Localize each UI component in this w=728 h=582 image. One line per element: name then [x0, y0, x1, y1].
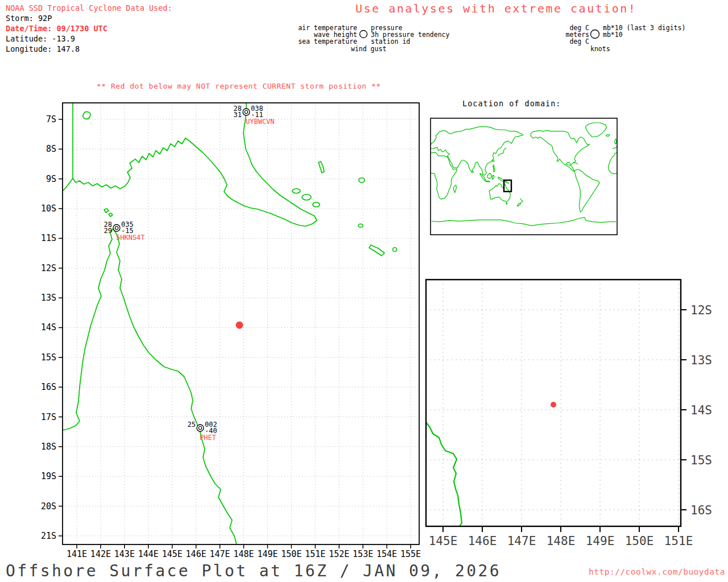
- lon-tick-label: 150E: [625, 534, 654, 548]
- world-coastline: [531, 131, 590, 172]
- world-coastline: [574, 169, 599, 212]
- lat-tick-label: 18S: [41, 442, 56, 452]
- lon-tick-label: 149E: [586, 534, 615, 548]
- world-coastline: [492, 175, 494, 180]
- lat-tick-label: 12S: [690, 304, 712, 317]
- world-coastline: [506, 202, 507, 204]
- station-id: PHET: [200, 434, 216, 442]
- lon-tick-label: 145E: [162, 549, 183, 559]
- coastline: [63, 178, 73, 191]
- world-coastline: [520, 198, 523, 203]
- lat-tick-label: 17S: [41, 412, 56, 422]
- lon-tick-label: 147E: [507, 534, 536, 548]
- world-inset: [431, 118, 617, 235]
- lat-tick-label: 14S: [690, 404, 712, 417]
- world-coastline: [487, 173, 491, 178]
- island: [302, 194, 311, 200]
- station-plot: 25002-40PHET: [188, 421, 217, 442]
- lat-tick-label: 15S: [690, 454, 712, 467]
- world-coastline: [613, 147, 617, 148]
- lat-tick-label: 15S: [41, 352, 56, 363]
- zoom-inset-coastline: [426, 422, 462, 526]
- world-coastline: [485, 181, 490, 182]
- storm-dot: [551, 402, 556, 408]
- lat-tick-label: 19S: [41, 471, 56, 481]
- lon-tick-label: 155E: [400, 549, 421, 559]
- lat-tick-label: 7S: [46, 114, 56, 124]
- storm-dot: [236, 322, 243, 329]
- world-coastline: [431, 147, 449, 156]
- station-sea-temp: 29: [104, 227, 112, 235]
- lat-tick-label: 13S: [41, 293, 56, 303]
- lon-tick-label: 150E: [281, 549, 301, 559]
- coastline: [318, 161, 324, 173]
- lon-tick-label: 154E: [377, 549, 397, 559]
- coastline: [83, 112, 90, 119]
- world-coastline: [585, 123, 606, 137]
- world-coastline: [431, 152, 457, 199]
- lon-tick-label: 146E: [468, 534, 497, 548]
- lat-tick-label: 21S: [41, 531, 56, 541]
- island: [292, 189, 300, 193]
- zoom-inset: 145E146E147E148E149E150E151E12S13S14S15S…: [426, 280, 712, 548]
- lon-tick-label: 143E: [114, 549, 135, 559]
- main-map: 141E142E143E144E145E146E147E148E149E150E…: [41, 103, 421, 559]
- main-map-ticks: [59, 119, 411, 548]
- lon-tick-label: 141E: [67, 549, 87, 559]
- world-coastline: [493, 165, 495, 172]
- coastline: [73, 103, 317, 226]
- world-coastline: [432, 217, 616, 226]
- lat-tick-label: 11S: [41, 233, 56, 243]
- lon-tick-label: 149E: [257, 549, 278, 559]
- world-coastline: [573, 162, 578, 164]
- lat-tick-label: 20S: [41, 501, 56, 512]
- coastline: [109, 213, 113, 217]
- world-coastline: [531, 134, 575, 171]
- island: [471, 171, 473, 173]
- lat-tick-label: 9S: [46, 174, 56, 184]
- main-map-coastlines: [63, 103, 397, 544]
- coastline: [63, 228, 237, 544]
- buoy-surface-plot-page: NOAA SSD Tropical Cyclone Data Used: Sto…: [0, 0, 728, 582]
- lat-tick-label: 10S: [41, 203, 56, 214]
- island: [313, 202, 320, 207]
- station-circle-icon: [197, 425, 204, 431]
- lon-tick-label: 147E: [210, 549, 230, 559]
- station-circle-icon: [243, 109, 250, 115]
- world-coastline: [517, 203, 520, 206]
- lon-tick-label: 153E: [353, 549, 373, 559]
- plot-title: Offshore Surface Plot at 16Z / JAN 09, 2…: [6, 562, 501, 580]
- lon-tick-label: 146E: [186, 549, 206, 559]
- lat-tick-label: 14S: [41, 322, 56, 332]
- source-url: http://coolwx.com/buoydata: [589, 567, 725, 576]
- lat-tick-label: 8S: [46, 144, 56, 154]
- lon-tick-label: 144E: [138, 549, 159, 559]
- coastline: [369, 245, 384, 256]
- world-coastline: [453, 185, 457, 193]
- lat-tick-label: 12S: [41, 263, 56, 273]
- world-coastline: [609, 152, 618, 174]
- lat-tick-label: 16S: [41, 382, 56, 392]
- zoom-inset-ticks: [443, 310, 686, 532]
- world-coastline: [489, 184, 510, 202]
- world-coastline: [614, 139, 617, 144]
- station-sea-temp: 31: [234, 111, 242, 119]
- world-coastline: [606, 135, 610, 136]
- lon-tick-label: 142E: [90, 549, 111, 559]
- station-id: UYBWCVN: [246, 118, 275, 126]
- lat-tick-label: 13S: [690, 354, 712, 367]
- station-air-temp: 25: [188, 421, 196, 429]
- lat-tick-label: 16S: [690, 504, 712, 517]
- island: [493, 160, 494, 162]
- lon-tick-label: 152E: [329, 549, 349, 559]
- island: [358, 224, 363, 227]
- station-id: 5HKNS4T: [116, 234, 145, 242]
- station-circle-icon: [113, 225, 120, 231]
- lon-tick-label: 148E: [547, 534, 576, 548]
- world-coastline: [498, 148, 506, 156]
- island: [393, 248, 397, 252]
- lon-tick-label: 148E: [233, 549, 254, 559]
- coastline: [104, 209, 109, 213]
- lon-tick-label: 151E: [664, 534, 693, 548]
- plot-canvas: 141E142E143E144E145E146E147E148E149E150E…: [0, 0, 728, 582]
